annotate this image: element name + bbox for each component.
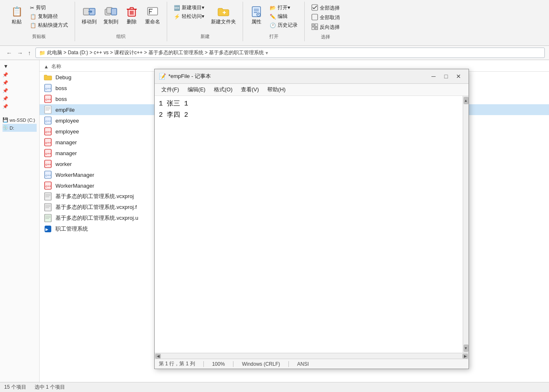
cpp-source-icon-employee: c++ [44, 127, 52, 136]
scroll-down-arrow[interactable]: ▼ [464, 344, 469, 352]
easy-access-button[interactable]: ⚡ 轻松访问▾ [171, 12, 207, 21]
sidebar-pin-4[interactable]: 📌 [0, 95, 39, 103]
sidebar-pin-2[interactable]: 📌 [0, 79, 39, 87]
svg-rect-6 [130, 8, 133, 9]
ribbon-group-clipboard: 📋 粘贴 ✂ 剪切 📋 复制路径 📋 粘贴快捷方式 [3, 2, 75, 41]
notepad-scrollbar-right[interactable]: ▲ ▼ [463, 96, 469, 353]
ribbon-group-new: 🆕 新建项目▾ ⚡ 轻松访问▾ 新建文件夹 新建 [167, 2, 243, 41]
new-item-button[interactable]: 🆕 新建项目▾ [171, 3, 207, 12]
cpp-source-icon-worker: c++ [44, 160, 52, 168]
ribbon-group-select: 全部选择 全部取消 反向选择 选择 [305, 2, 346, 42]
drive-d[interactable]: 💿 D: [3, 124, 37, 132]
app-icon: ▶ [44, 225, 52, 233]
cpp-source-icon-wm: c++ [44, 181, 52, 190]
pin-icon-1: 📌 [3, 72, 8, 78]
history-icon: 🕐 [270, 23, 276, 28]
zoom-level: 100% [212, 361, 225, 367]
notepad-statusbar: 第 1 行，第 1 列 100% Windows (CRLF) ANSI [155, 359, 469, 369]
copy-path-button[interactable]: 📋 复制路径 [28, 12, 70, 21]
svg-rect-37 [45, 193, 51, 200]
cpp-header-icon-boss: c++ [44, 84, 52, 92]
menu-help[interactable]: 帮助(H) [263, 85, 290, 95]
drive-d-icon: 💿 [3, 125, 8, 131]
svg-rect-38 [45, 204, 51, 211]
cpp-header-icon-manager: c++ [44, 138, 52, 146]
txt-icon-empfile [44, 106, 52, 114]
pin-icon-5: 📌 [3, 104, 8, 109]
svg-text:c++: c++ [45, 87, 51, 90]
svg-rect-16 [312, 27, 314, 30]
select-none-icon [311, 14, 318, 22]
notepad-title: 📝 *empFile - 记事本 [159, 73, 211, 80]
maximize-button[interactable]: □ [440, 72, 452, 81]
menu-edit[interactable]: 编辑(E) [183, 85, 210, 95]
cut-button[interactable]: ✂ 剪切 [28, 3, 70, 12]
copy-path-icon: 📋 [30, 14, 36, 20]
history-button[interactable]: 🕐 历史记录 [267, 21, 300, 30]
minimize-button[interactable]: ─ [428, 72, 439, 81]
delete-button[interactable]: 删除 [123, 3, 141, 27]
sidebar-drives: 💾 ws-SSD (C:) 💿 D: [0, 115, 39, 133]
sidebar-header: ▼ [0, 62, 39, 71]
address-path[interactable]: 📁 此电脑 > Data (D:) > c++ vs > 课程设计c++ > 基… [35, 48, 545, 58]
sidebar-pin-3[interactable]: 📌 [0, 87, 39, 95]
notepad-app-icon: 📝 [159, 73, 166, 80]
svg-text:c++: c++ [45, 152, 51, 156]
notepad-text-content[interactable]: 1 张三 1 2 李四 2 [155, 96, 463, 353]
sidebar-pin-5[interactable]: 📌 [0, 103, 39, 111]
svg-text:c++: c++ [45, 130, 51, 134]
svg-text:▶: ▶ [45, 227, 48, 231]
vcxproj-icon [44, 192, 52, 201]
drive-c[interactable]: 💾 ws-SSD (C:) [3, 116, 37, 124]
menu-file[interactable]: 文件(F) [157, 85, 183, 95]
sidebar-pin-1[interactable]: 📌 [0, 71, 39, 79]
clipboard-small-group: ✂ 剪切 📋 复制路径 📋 粘贴快捷方式 [28, 3, 70, 30]
rename-button[interactable]: 重命名 [143, 3, 163, 27]
ribbon: 📋 粘贴 ✂ 剪切 📋 复制路径 📋 粘贴快捷方式 [0, 0, 549, 46]
notepad-scrollbar-bottom[interactable]: ◀ ▶ [155, 353, 469, 359]
rename-icon [146, 5, 159, 18]
menu-format[interactable]: 格式(O) [210, 85, 237, 95]
drive-c-icon: 💾 [3, 117, 8, 123]
explorer-statusbar: 15 个项目 选中 1 个项目 [0, 382, 549, 392]
new-label: 新建 [201, 32, 210, 40]
pin-icon-2: 📌 [3, 80, 8, 85]
cpp-header-icon-employee: c++ [44, 116, 52, 125]
back-button[interactable]: ← [4, 49, 14, 57]
organize-label: 组织 [116, 32, 125, 40]
copy-to-icon [104, 5, 118, 18]
ribbon-group-organize: 移动到 复制到 删除 [75, 2, 167, 41]
invert-select-button[interactable]: 反向选择 [309, 23, 342, 32]
cpp-source-icon-manager: c++ [44, 149, 52, 157]
menu-view[interactable]: 查看(V) [237, 85, 263, 95]
paste-icon: 📋 [10, 5, 23, 18]
select-all-button[interactable]: 全部选择 [309, 3, 342, 13]
scroll-up-arrow[interactable]: ▲ [464, 97, 469, 104]
properties-button[interactable]: 属性 [247, 3, 266, 27]
new-small-group: 🆕 新建项目▾ ⚡ 轻松访问▾ [171, 3, 207, 21]
up-button[interactable]: ↑ [26, 49, 33, 57]
copy-to-button[interactable]: 复制到 [101, 3, 121, 27]
select-none-button[interactable]: 全部取消 [309, 13, 342, 23]
sort-icon: ▲ [44, 64, 49, 70]
pin-icon-3: 📌 [3, 88, 8, 93]
open-buttons: 属性 📂 打开▾ ✏️ 编辑 🕐 历史记录 [247, 3, 300, 30]
notepad-controls: ─ □ ✕ [428, 72, 464, 81]
paste-button[interactable]: 📋 粘贴 [8, 3, 26, 27]
forward-button[interactable]: → [15, 49, 25, 57]
open-button[interactable]: 📂 打开▾ [267, 3, 300, 12]
svg-text:c++: c++ [45, 184, 51, 188]
edit-button[interactable]: ✏️ 编辑 [267, 12, 300, 21]
folder-icon-path: 📁 [39, 50, 45, 56]
select-buttons: 全部选择 全部取消 反向选择 [309, 3, 342, 32]
encoding: ANSI [297, 361, 309, 367]
cut-icon: ✂ [30, 5, 34, 11]
svg-rect-0 [83, 8, 89, 15]
paste-shortcut-button[interactable]: 📋 粘贴快捷方式 [28, 21, 70, 30]
new-folder-button[interactable]: 新建文件夹 [208, 3, 238, 27]
close-button[interactable]: ✕ [453, 72, 464, 81]
svg-rect-39 [45, 214, 51, 222]
line-ending: Windows (CRLF) [242, 361, 280, 367]
new-item-icon: 🆕 [174, 5, 180, 11]
move-to-button[interactable]: 移动到 [79, 3, 99, 27]
